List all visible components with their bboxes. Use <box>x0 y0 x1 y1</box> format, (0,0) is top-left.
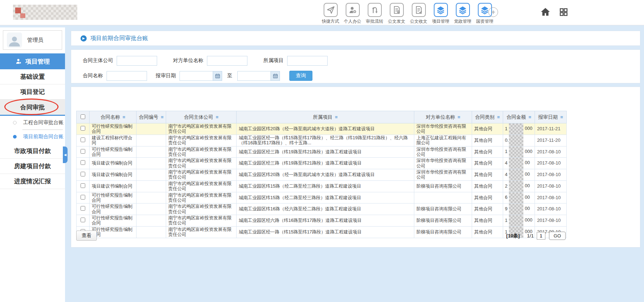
amount-prefix: 1 <box>505 218 507 223</box>
row-checkbox[interactable] <box>81 160 85 165</box>
add-shortcut-button[interactable]: + <box>488 7 498 17</box>
column-header-2[interactable]: 合同主体公司≡ <box>166 111 237 123</box>
nav-item-approval-flow[interactable]: 审批流转 <box>364 3 385 25</box>
amount-prefix: 9 <box>505 206 507 211</box>
contract-name-input[interactable] <box>107 71 147 81</box>
sidebar-item-project-mgmt[interactable]: 项目管理 <box>0 53 65 69</box>
query-button[interactable]: 查询 <box>289 71 312 81</box>
amount-prefix: 2 <box>505 184 507 189</box>
table-row[interactable]: 可行性研究报告编制合同南宁市武鸣区富岭投资发展有限责任公司城南工业园区经一路（纬… <box>77 226 567 238</box>
table-row[interactable]: 建设工程招标代理合同南宁市武鸣区富岭投资发展有限责任公司城南工业园区经一路（纬1… <box>77 135 567 146</box>
cell-project: 城南工业园区经六路（纬16路至纬17路段）道路工程建设项目 <box>237 215 414 227</box>
home-icon[interactable] <box>540 7 550 18</box>
cell-counterparty: 上海正弘建设工程顾问有限公司 <box>414 135 472 146</box>
sort-icon[interactable]: ≡ <box>560 114 563 120</box>
redacted-amount-block <box>509 181 523 192</box>
row-checkbox[interactable] <box>81 195 85 200</box>
column-header-1[interactable]: 合同编号≡ <box>137 111 166 123</box>
sidebar-collapse-handle[interactable]: ◀ <box>63 146 68 163</box>
user-card: 管理员 <box>3 30 62 50</box>
sidebar-item-municipal-payment[interactable]: 市政项目付款 <box>0 144 65 159</box>
sidebar-item-basic-settings[interactable]: 基础设置 <box>0 69 65 84</box>
cell-contract-no <box>137 158 166 169</box>
sidebar-item-housing-payment[interactable]: 房建项目付款 <box>0 159 65 174</box>
nav-item-party-mgmt[interactable]: 党政管理 <box>452 3 473 25</box>
nav-item-doc-receive[interactable]: 公文收文 <box>408 3 429 25</box>
date-from-input[interactable] <box>180 71 213 81</box>
cell-select <box>77 146 90 158</box>
row-checkbox[interactable] <box>81 183 85 188</box>
row-checkbox[interactable] <box>81 172 85 176</box>
column-header-3[interactable]: 所属项目≡ <box>237 111 414 123</box>
column-header-6[interactable]: 合同金额≡ <box>503 111 535 123</box>
table-row[interactable]: 项目建议书编制合同南宁市武鸣区富岭投资发展有限责任公司城南工业园区经三路（纬19… <box>77 158 567 169</box>
field-label: 所属项目 <box>263 57 284 64</box>
nav-item-label: 个人办公 <box>344 18 361 25</box>
sort-icon[interactable]: ≡ <box>497 114 500 120</box>
amount-prefix: 1 <box>505 126 507 131</box>
sort-icon[interactable]: ≡ <box>122 114 125 120</box>
sidebar-subitem-eng-contract-ledger[interactable]: 工程合同审批台账 <box>0 116 65 130</box>
sidebar-item-label: 房建项目付款 <box>14 162 51 170</box>
table-row[interactable]: 项目建议书编制合同南宁市武鸣区富岭投资发展有限责任公司城南工业园区纬15路（经二… <box>77 180 567 192</box>
row-checkbox[interactable] <box>81 218 85 222</box>
sidebar: 管理员 项目管理 基础设置 项目登记 合同审批 工程合同审批台账 <box>0 27 65 302</box>
nav-item-project-mgmt[interactable]: 项目管理 <box>430 3 451 25</box>
table-row[interactable]: 项目建议书编制合同南宁市武鸣区富岭投资发展有限责任公司城南工业园区纬20路（经一… <box>77 169 567 181</box>
nav-item-personal-office[interactable]: 个人办公 <box>342 3 363 25</box>
contract-company-input[interactable] <box>117 56 157 66</box>
table-row[interactable]: 可行性研究报告编制合同南宁市武鸣区富岭投资发展有限责任公司城南工业园区纬16路（… <box>77 203 567 215</box>
sidebar-item-label: 合同审批 <box>20 103 45 111</box>
sidebar-item-progress-report[interactable]: 进度情况汇报 <box>0 174 65 189</box>
cell-contract-name: 可行性研究报告编制合同 <box>90 123 137 135</box>
amount-suffix: 00 <box>525 192 530 202</box>
nav-item-shortcut[interactable]: 快捷方式 <box>320 3 341 25</box>
project-input[interactable] <box>287 56 328 66</box>
row-checkbox[interactable] <box>81 206 85 211</box>
date-to-input[interactable] <box>237 71 271 81</box>
sort-icon[interactable]: ≡ <box>528 114 531 120</box>
sidebar-item-project-register[interactable]: 项目登记 <box>0 84 65 100</box>
grid-icon[interactable] <box>559 8 568 18</box>
select-all-checkbox[interactable] <box>81 114 85 119</box>
column-header-4[interactable]: 对方单位名称≡ <box>414 111 472 123</box>
table-row[interactable]: 可行性研究报告编制合同南宁市武鸣区富岭投资发展有限责任公司城南工业园区经六路（纬… <box>77 215 567 227</box>
nav-item-label: 公文收文 <box>410 18 427 25</box>
sort-icon[interactable]: ≡ <box>458 114 461 120</box>
counterparty-input[interactable] <box>207 56 247 66</box>
column-header-5[interactable]: 合同类别≡ <box>472 111 503 123</box>
date-to-group <box>237 71 280 81</box>
amount-suffix: 00 <box>525 181 530 191</box>
row-checkbox[interactable] <box>81 149 85 154</box>
table-row[interactable]: 可行性研究报告编制合同南宁市武鸣区富岭投资发展有限责任公司城南工业园区经三路（纬… <box>77 146 567 158</box>
go-button[interactable]: GO <box>549 232 566 240</box>
cell-category: 其他合同 <box>472 169 503 181</box>
cell-counterparty: 阶梯项目咨询有限公司 <box>414 203 472 215</box>
sort-icon[interactable]: ≡ <box>335 114 338 120</box>
row-checkbox[interactable] <box>81 137 85 142</box>
cell-company: 南宁市武鸣区富岭投资发展有限责任公司 <box>166 135 237 146</box>
cell-date: 2017-08-10 <box>535 215 567 227</box>
row-checkbox[interactable] <box>81 126 85 131</box>
redacted-amount-block <box>509 192 523 203</box>
calendar-icon[interactable] <box>271 71 280 81</box>
nav-item-label: 审批流转 <box>366 18 383 25</box>
sort-icon[interactable]: ≡ <box>216 114 219 120</box>
table-row[interactable]: 可行性研究报告编制合同南宁市武鸣区富岭投资发展有限责任公司城南工业园区纬15路（… <box>77 192 567 203</box>
contracts-table: 合同名称≡合同编号≡合同主体公司≡所属项目≡对方单位名称≡合同类别≡合同金额≡报… <box>76 111 567 238</box>
cell-contract-name: 项目建议书编制合同 <box>90 158 137 169</box>
sort-icon[interactable]: ≡ <box>161 114 164 120</box>
nav-item-doc-send[interactable]: 公文发文 <box>386 3 407 25</box>
sidebar-item-contract-approval[interactable]: 合同审批 <box>0 100 65 115</box>
cell-contract-no <box>137 226 166 238</box>
calendar-icon[interactable] <box>213 71 222 81</box>
column-header-7[interactable]: 报审日期≡ <box>535 111 567 123</box>
column-header-0[interactable]: 合同名称≡ <box>90 111 137 123</box>
view-button[interactable]: 查看 <box>76 231 97 241</box>
table-row[interactable]: 可行性研究报告编制合同南宁市武鸣区富岭投资发展有限责任公司城南工业园区纬20路（… <box>77 123 567 135</box>
page-input[interactable] <box>537 232 545 240</box>
top-header: 快捷方式个人办公审批流转公文发文公文收文项目管理党政管理国资管理 + <box>0 0 644 25</box>
sidebar-subitem-pre-contract-ledger[interactable]: 项目前期合同台账 <box>0 130 65 144</box>
cell-select <box>77 203 90 215</box>
cell-company: 南宁市武鸣区富岭投资发展有限责任公司 <box>166 192 237 203</box>
